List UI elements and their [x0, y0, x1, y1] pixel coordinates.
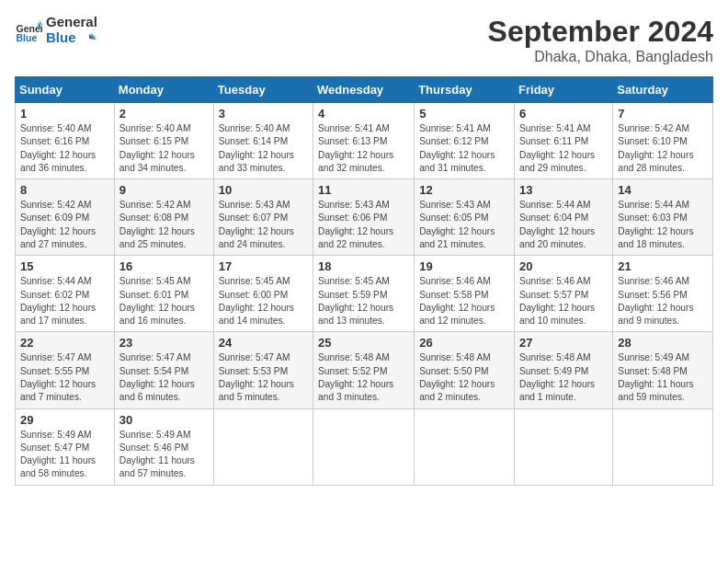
calendar-cell: 2 Sunrise: 5:40 AM Sunset: 6:15 PM Dayli… — [114, 103, 213, 179]
day-info: Sunrise: 5:43 AM Sunset: 6:05 PM Dayligh… — [419, 199, 509, 251]
day-number: 24 — [219, 336, 308, 350]
day-info: Sunrise: 5:42 AM Sunset: 6:09 PM Dayligh… — [20, 199, 109, 251]
calendar-cell — [313, 408, 415, 485]
calendar-cell: 9 Sunrise: 5:42 AM Sunset: 6:08 PM Dayli… — [114, 179, 213, 256]
header-tuesday: Tuesday — [213, 77, 313, 103]
day-info: Sunrise: 5:44 AM Sunset: 6:03 PM Dayligh… — [618, 199, 708, 251]
day-number: 25 — [318, 336, 409, 350]
calendar-cell: 24 Sunrise: 5:47 AM Sunset: 5:53 PM Dayl… — [213, 332, 313, 408]
calendar-cell: 10 Sunrise: 5:43 AM Sunset: 6:07 PM Dayl… — [213, 179, 313, 256]
calendar-cell: 8 Sunrise: 5:42 AM Sunset: 6:09 PM Dayli… — [16, 179, 115, 256]
day-info: Sunrise: 5:40 AM Sunset: 6:14 PM Dayligh… — [219, 122, 308, 175]
day-info: Sunrise: 5:44 AM Sunset: 6:02 PM Dayligh… — [20, 275, 109, 327]
day-number: 8 — [20, 183, 109, 197]
week-row-1: 1 Sunrise: 5:40 AM Sunset: 6:16 PM Dayli… — [16, 103, 713, 179]
calendar-cell: 5 Sunrise: 5:41 AM Sunset: 6:12 PM Dayli… — [415, 103, 515, 179]
day-info: Sunrise: 5:47 AM Sunset: 5:55 PM Dayligh… — [20, 351, 109, 404]
day-number: 11 — [318, 183, 409, 197]
calendar-cell: 6 Sunrise: 5:41 AM Sunset: 6:11 PM Dayli… — [515, 103, 613, 179]
day-info: Sunrise: 5:43 AM Sunset: 6:06 PM Dayligh… — [318, 199, 409, 251]
calendar-cell: 22 Sunrise: 5:47 AM Sunset: 5:55 PM Dayl… — [16, 332, 115, 408]
day-info: Sunrise: 5:49 AM Sunset: 5:46 PM Dayligh… — [119, 429, 209, 481]
logo-general: General — [46, 15, 97, 30]
calendar-cell: 17 Sunrise: 5:45 AM Sunset: 6:00 PM Dayl… — [213, 256, 313, 332]
calendar-header-row: Sunday Monday Tuesday Wednesday Thursday… — [16, 77, 713, 103]
day-number: 9 — [119, 183, 209, 197]
day-number: 30 — [119, 413, 209, 427]
day-number: 15 — [20, 259, 109, 273]
day-info: Sunrise: 5:42 AM Sunset: 6:10 PM Dayligh… — [618, 122, 708, 175]
logo-bird-icon — [80, 32, 97, 45]
day-info: Sunrise: 5:42 AM Sunset: 6:08 PM Dayligh… — [119, 199, 209, 251]
day-number: 28 — [618, 336, 708, 350]
calendar-cell: 21 Sunrise: 5:46 AM Sunset: 5:56 PM Dayl… — [613, 256, 713, 332]
calendar-cell: 26 Sunrise: 5:48 AM Sunset: 5:50 PM Dayl… — [415, 332, 515, 408]
calendar-cell — [515, 408, 613, 485]
logo-icon: General Blue — [15, 17, 42, 44]
calendar-cell: 15 Sunrise: 5:44 AM Sunset: 6:02 PM Dayl… — [16, 256, 115, 332]
day-info: Sunrise: 5:40 AM Sunset: 6:15 PM Dayligh… — [119, 122, 209, 175]
day-info: Sunrise: 5:41 AM Sunset: 6:13 PM Dayligh… — [318, 122, 409, 175]
calendar-cell: 12 Sunrise: 5:43 AM Sunset: 6:05 PM Dayl… — [415, 179, 515, 256]
day-info: Sunrise: 5:45 AM Sunset: 6:01 PM Dayligh… — [119, 275, 209, 327]
day-number: 17 — [219, 259, 308, 273]
day-info: Sunrise: 5:49 AM Sunset: 5:47 PM Dayligh… — [20, 429, 109, 481]
day-number: 14 — [618, 183, 708, 197]
calendar-cell: 3 Sunrise: 5:40 AM Sunset: 6:14 PM Dayli… — [213, 103, 313, 179]
logo-blue: Blue — [46, 30, 97, 46]
calendar-cell — [415, 408, 515, 485]
day-number: 7 — [618, 107, 708, 121]
day-number: 3 — [219, 107, 308, 121]
day-info: Sunrise: 5:46 AM Sunset: 5:56 PM Dayligh… — [618, 275, 708, 327]
day-info: Sunrise: 5:47 AM Sunset: 5:54 PM Dayligh… — [119, 351, 209, 404]
calendar-title: September 2024 — [488, 15, 713, 49]
day-number: 27 — [519, 336, 608, 350]
calendar-cell: 23 Sunrise: 5:47 AM Sunset: 5:54 PM Dayl… — [114, 332, 213, 408]
calendar-cell: 18 Sunrise: 5:45 AM Sunset: 5:59 PM Dayl… — [313, 256, 415, 332]
day-number: 23 — [119, 336, 209, 350]
header-monday: Monday — [114, 77, 213, 103]
day-number: 10 — [219, 183, 308, 197]
day-number: 21 — [618, 259, 708, 273]
calendar-cell — [613, 408, 713, 485]
day-number: 12 — [419, 183, 509, 197]
day-number: 2 — [119, 107, 209, 121]
day-info: Sunrise: 5:48 AM Sunset: 5:49 PM Dayligh… — [519, 351, 608, 404]
calendar-cell: 14 Sunrise: 5:44 AM Sunset: 6:03 PM Dayl… — [613, 179, 713, 256]
calendar-cell: 1 Sunrise: 5:40 AM Sunset: 6:16 PM Dayli… — [16, 103, 115, 179]
header-saturday: Saturday — [613, 77, 713, 103]
day-info: Sunrise: 5:47 AM Sunset: 5:53 PM Dayligh… — [219, 351, 308, 404]
day-number: 22 — [20, 336, 109, 350]
header-wednesday: Wednesday — [313, 77, 415, 103]
calendar-cell: 25 Sunrise: 5:48 AM Sunset: 5:52 PM Dayl… — [313, 332, 415, 408]
day-info: Sunrise: 5:48 AM Sunset: 5:50 PM Dayligh… — [419, 351, 509, 404]
calendar-table: Sunday Monday Tuesday Wednesday Thursday… — [15, 76, 713, 486]
day-number: 5 — [419, 107, 509, 121]
day-info: Sunrise: 5:46 AM Sunset: 5:58 PM Dayligh… — [419, 275, 509, 327]
svg-text:Blue: Blue — [17, 32, 38, 43]
day-info: Sunrise: 5:40 AM Sunset: 6:16 PM Dayligh… — [20, 122, 109, 175]
week-row-5: 29 Sunrise: 5:49 AM Sunset: 5:47 PM Dayl… — [16, 408, 713, 485]
calendar-cell: 20 Sunrise: 5:46 AM Sunset: 5:57 PM Dayl… — [515, 256, 613, 332]
calendar-cell: 7 Sunrise: 5:42 AM Sunset: 6:10 PM Dayli… — [613, 103, 713, 179]
day-number: 4 — [318, 107, 409, 121]
day-info: Sunrise: 5:44 AM Sunset: 6:04 PM Dayligh… — [519, 199, 608, 251]
day-info: Sunrise: 5:45 AM Sunset: 6:00 PM Dayligh… — [219, 275, 308, 327]
calendar-cell: 29 Sunrise: 5:49 AM Sunset: 5:47 PM Dayl… — [16, 408, 115, 485]
calendar-cell: 16 Sunrise: 5:45 AM Sunset: 6:01 PM Dayl… — [114, 256, 213, 332]
calendar-cell: 13 Sunrise: 5:44 AM Sunset: 6:04 PM Dayl… — [515, 179, 613, 256]
day-number: 29 — [20, 413, 109, 427]
day-info: Sunrise: 5:43 AM Sunset: 6:07 PM Dayligh… — [219, 199, 308, 251]
day-number: 6 — [519, 107, 608, 121]
day-number: 26 — [419, 336, 509, 350]
day-info: Sunrise: 5:45 AM Sunset: 5:59 PM Dayligh… — [318, 275, 409, 327]
calendar-cell — [213, 408, 313, 485]
day-number: 19 — [419, 259, 509, 273]
day-number: 18 — [318, 259, 409, 273]
logo: General Blue General Blue — [15, 15, 97, 45]
week-row-4: 22 Sunrise: 5:47 AM Sunset: 5:55 PM Dayl… — [16, 332, 713, 408]
day-number: 1 — [20, 107, 109, 121]
day-info: Sunrise: 5:41 AM Sunset: 6:11 PM Dayligh… — [519, 122, 608, 175]
day-number: 16 — [119, 259, 209, 273]
header-sunday: Sunday — [16, 77, 115, 103]
